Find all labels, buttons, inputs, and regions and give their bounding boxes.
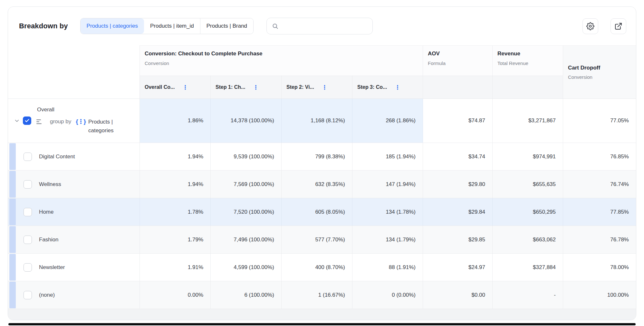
overall-checkbox[interactable] (23, 116, 31, 125)
cell-overall-conversion: 1.94% (140, 143, 211, 170)
cell-step-3: 147 (1.94%) (352, 171, 423, 198)
export-button[interactable] (610, 18, 626, 34)
cell-aov: $29.84 (423, 198, 493, 226)
cell-revenue: $650,295 (493, 198, 563, 226)
page-title: Breakdown by (19, 22, 68, 30)
tab-label: Products | Brand (207, 23, 247, 29)
gear-icon (586, 22, 594, 30)
cell-aov: $29.80 (423, 171, 493, 198)
cell-overall-conversion: 1.91% (140, 254, 211, 281)
cell-step-2: 799 (8.38%) (282, 143, 352, 170)
cell-cart-dropoff: 100.00% (563, 281, 636, 309)
cell-step-2: 577 (7.70%) (282, 226, 352, 253)
row-indicator-strip (9, 254, 16, 281)
column-group-subtitle: Conversion (145, 61, 418, 66)
row-indicator-strip (9, 171, 16, 198)
row-label-cell: Wellness (8, 171, 140, 198)
search-box[interactable] (266, 18, 373, 34)
group-by-label: group by (50, 118, 71, 125)
row-checkbox[interactable] (24, 263, 32, 272)
overall-label-block: Overall group by {⋮} Products | categori… (36, 107, 128, 135)
kebab-menu-icon[interactable]: ⋮ (322, 84, 327, 90)
table-row-digital-content[interactable]: Digital Content 1.94% 9,539 (100.00%) 79… (8, 143, 636, 171)
cell-aov: $34.74 (423, 143, 493, 170)
cell-step-1: 4,599 (100.00%) (211, 254, 282, 281)
column-group-subtitle: Conversion (568, 74, 631, 80)
cell-step-1: 9,539 (100.00%) (211, 143, 282, 170)
cell-step-1: 6 (100.00%) (211, 281, 282, 309)
table-row-wellness[interactable]: Wellness 1.94% 7,569 (100.00%) 632 (8.35… (8, 171, 636, 198)
column-group-title: Cart Dropoff (568, 65, 631, 71)
tab-products-item-id[interactable]: Products | item_id (144, 18, 200, 34)
search-icon (272, 23, 279, 30)
cell-overall-conversion: 1.79% (140, 226, 211, 253)
column-group-aov: AOV Formula (423, 45, 493, 76)
table-row-fashion[interactable]: Fashion 1.79% 7,496 (100.00%) 577 (7.70%… (8, 226, 636, 254)
kebab-menu-icon[interactable]: ⋮ (395, 84, 400, 90)
screen: Breakdown by Products | categories Produ… (0, 0, 644, 326)
row-checkbox[interactable] (24, 153, 32, 161)
cell-step-1: 7,496 (100.00%) (211, 226, 282, 253)
property-braces-icon: {⋮} (76, 118, 86, 125)
row-label-cell: Digital Content (8, 143, 140, 170)
screen-bottom-bar (8, 323, 636, 325)
table-row-none[interactable]: (none) 0.00% 6 (100.00%) 1 (16.67%) 0 (0… (8, 281, 636, 309)
kebab-menu-icon[interactable]: ⋮ (182, 84, 188, 90)
group-by-value: Products | categories (88, 117, 128, 135)
kebab-menu-icon[interactable]: ⋮ (253, 84, 258, 90)
tab-label: Products | item_id (150, 23, 194, 29)
column-group-cart-dropoff: Cart Dropoff Conversion (563, 45, 636, 98)
cell-overall-conversion: 1.86% (140, 99, 211, 143)
tab-products-brand[interactable]: Products | Brand (200, 18, 253, 34)
row-label: (none) (39, 292, 55, 298)
row-label-cell: Fashion (8, 226, 140, 253)
cell-step-2: 1 (16.67%) (282, 281, 352, 309)
breakdown-card: Breakdown by Products | categories Produ… (8, 6, 636, 320)
row-label: Digital Content (39, 154, 75, 160)
cell-cart-dropoff: 76.85% (563, 143, 636, 170)
row-checkbox[interactable] (24, 236, 32, 244)
subcolumn-empty (423, 76, 493, 98)
row-checkbox[interactable] (24, 180, 32, 189)
column-group-title: Revenue (497, 51, 558, 57)
row-label-cell: Home (8, 198, 140, 226)
cell-step-3: 0 (0.00%) (352, 281, 423, 309)
settings-button[interactable] (582, 18, 598, 34)
subcolumn-overall-conversion[interactable]: Overall Co... ⋮ (140, 76, 211, 98)
cell-cart-dropoff: 77.85% (563, 198, 636, 226)
cell-step-2: 605 (8.05%) (282, 198, 352, 226)
row-label: Overall (37, 107, 128, 113)
cell-aov: $29.85 (423, 226, 493, 253)
cell-revenue: - (493, 281, 563, 309)
tab-products-categories[interactable]: Products | categories (81, 18, 144, 34)
column-group-subtitle: Formula (428, 61, 488, 66)
label-column-header (8, 45, 140, 98)
subcolumn-step-3[interactable]: Step 3: Co... ⋮ (352, 76, 423, 98)
cell-revenue: $655,635 (493, 171, 563, 198)
table-row-home[interactable]: Home 1.78% 7,520 (100.00%) 605 (8.05%) 1… (8, 198, 636, 226)
table-row-overall[interactable]: Overall group by {⋮} Products | categori… (8, 99, 636, 143)
row-checkbox[interactable] (24, 208, 32, 216)
check-icon (24, 118, 30, 123)
cell-step-3: 185 (1.94%) (352, 143, 423, 170)
cell-step-3: 268 (1.86%) (352, 99, 423, 143)
cell-aov: $24.97 (423, 254, 493, 281)
subcolumn-label: Step 3: Co... (357, 84, 387, 90)
table-row-newsletter[interactable]: Newsletter 1.91% 4,599 (100.00%) 400 (8.… (8, 254, 636, 281)
open-external-icon (614, 22, 622, 30)
cell-revenue: $3,271,867 (493, 99, 563, 143)
subcolumn-empty (493, 76, 563, 98)
cell-aov: $0.00 (423, 281, 493, 309)
cell-overall-conversion: 0.00% (140, 281, 211, 309)
table-header: Conversion: Checkout to Complete Purchas… (8, 45, 636, 99)
tab-label: Products | categories (87, 23, 138, 29)
cell-step-3: 88 (1.91%) (352, 254, 423, 281)
chevron-down-icon[interactable] (13, 118, 20, 124)
table-footer (8, 309, 636, 320)
cell-step-2: 632 (8.35%) (282, 171, 352, 198)
subcolumn-step-2[interactable]: Step 2: Vi... ⋮ (282, 76, 352, 98)
subcolumn-step-1[interactable]: Step 1: Ch... ⋮ (211, 76, 282, 98)
search-input[interactable] (282, 23, 368, 29)
subcolumn-label: Step 1: Ch... (216, 84, 245, 90)
row-checkbox[interactable] (24, 291, 32, 299)
